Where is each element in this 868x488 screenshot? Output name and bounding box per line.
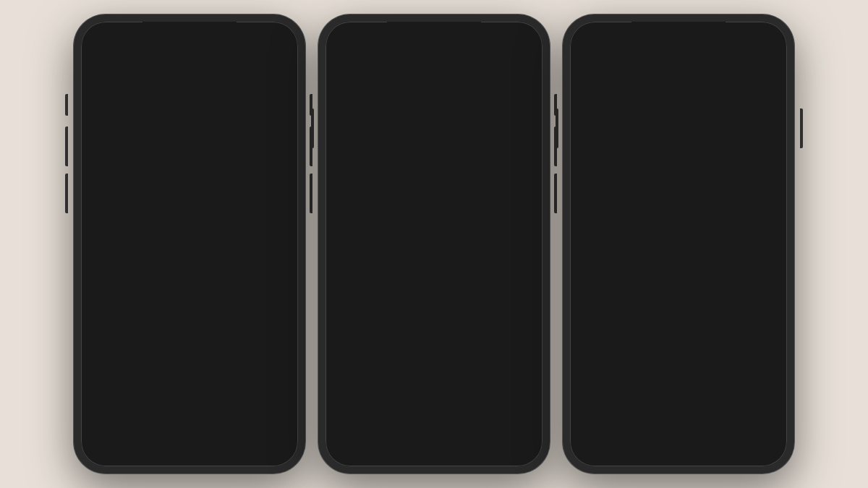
time-1: 9:41 <box>95 29 113 39</box>
screen3-content: MANHATTAN 9:41 ▐▐▐ ▲ ▮ 🏙️ N <box>570 22 787 466</box>
map-view-1[interactable]: 2 3 +4 6 🍴 Kirimachi Ramen Schroed <box>81 22 298 311</box>
place-info-5: Emily - West Village Pizza · New York ★★… <box>580 399 731 429</box>
info-btn-1[interactable]: ℹ <box>268 47 291 70</box>
fav-home[interactable]: 🏠 Home 1h 9m <box>338 314 375 374</box>
place-name-0: Whitney Museum of Americ... <box>580 164 731 176</box>
svg-point-44 <box>472 106 483 117</box>
svg-text:2: 2 <box>151 116 155 124</box>
status-icons-2: ▐▐▐ ▲ ▮ <box>495 30 528 38</box>
item-img-1: 🥟 <box>252 341 288 369</box>
fav-work[interactable]: 💼 Work 56m <box>389 314 427 374</box>
map-controls-2: ℹ ➤ 2D 👁 <box>512 47 535 153</box>
share-btn[interactable]: ⬆ <box>745 443 753 458</box>
item-info-2: Waterbar Seafood · 0.4 mi ★★★★½ 4.6 (809… <box>91 380 244 410</box>
place-img-5: 🍕 <box>738 398 777 429</box>
place-item-2[interactable]: Shake Shack Burgers · New York ★★★½ 3.5 … <box>570 249 787 296</box>
compass-btn-2[interactable]: ➤ <box>512 74 535 98</box>
fav-label-home: Home <box>345 355 367 364</box>
mini-map: MANHATTAN 9:41 ▐▐▐ ▲ ▮ <box>570 22 787 72</box>
sort-value[interactable]: Date Added <box>736 142 778 151</box>
fav-label-grocery: Grocery <box>496 355 527 364</box>
item-sub-1: Dim Sum · 0.2 mi <box>91 351 244 360</box>
place-item-0[interactable]: Whitney Museum of Americ... Art Museum ·… <box>570 155 787 202</box>
screen-1: 2 3 +4 6 🍴 Kirimachi Ramen Schroed <box>81 22 298 466</box>
place-item-1[interactable]: The Meatball Shop Italian · New York ★★★… <box>570 202 787 249</box>
filter-popular[interactable]: Popular <box>91 420 133 433</box>
item-img-2: 🦞 <box>252 382 288 409</box>
vol-up-2 <box>310 127 312 166</box>
place-img-1: 🍝 <box>738 210 777 241</box>
list-item-2[interactable]: Waterbar Seafood · 0.4 mi ★★★★½ 4.6 (809… <box>91 375 288 416</box>
fav-grocery[interactable]: 🛒 Grocery .35 mi <box>493 314 530 374</box>
collection-barcelona[interactable]: 🥘 Barcelona 2 Places <box>336 399 532 440</box>
battery-icon-3: ▮ <box>768 30 773 38</box>
compass-btn-1[interactable]: ➤ <box>268 74 291 98</box>
item-img-placeholder-2: 🦞 <box>252 382 288 409</box>
weather-badge-1: ⛅ 68° AQI 30 <box>88 181 156 195</box>
place-info-1: The Meatball Shop Italian · New York ★★★… <box>580 211 731 241</box>
silent-btn-3 <box>554 94 557 116</box>
svg-point-47 <box>457 142 483 168</box>
2d-btn[interactable]: 2D <box>512 102 535 125</box>
place-type-5: Pizza · New York <box>580 411 731 420</box>
battery-icon-1: ▮ <box>279 30 284 38</box>
binoculars-btn[interactable]: 👁 <box>512 129 535 153</box>
tracking-btn-1[interactable]: 🚗 <box>268 102 291 125</box>
fav-label-food: Food <box>450 355 469 364</box>
place-name-3: Four & Twenty Blackbirds <box>580 305 731 317</box>
fav-food[interactable]: 🍴 Food 2.3 mi <box>441 314 479 374</box>
add-btn[interactable]: + <box>765 443 773 458</box>
fav-icon-grocery: 🛒 <box>493 314 530 352</box>
collection-img-barcelona: 🥘 <box>336 403 367 435</box>
map-view-2[interactable]: ℹ ➤ 2D 👁 ⛅ 68° AQI 30 9:41 ▐▐▐ ▲ ▮ <box>326 22 542 266</box>
filter-seafood[interactable]: Seafood <box>137 420 182 433</box>
status-bar-2: 9:41 ▐▐▐ ▲ ▮ <box>326 22 542 42</box>
place-item-3[interactable]: Four & Twenty Blackbirds Bakery · New Yo… <box>570 296 787 343</box>
place-list[interactable]: Whitney Museum of Americ... Art Museum ·… <box>570 155 787 466</box>
list-item-1[interactable]: Yank Sing Dim Sum · 0.2 mi ★★★½ 3.5 (250… <box>91 335 288 375</box>
place-name-2: Shake Shack <box>580 258 731 270</box>
map-controls-1: ℹ ➤ 🚗 <box>268 47 291 125</box>
silent-btn-1 <box>65 94 68 116</box>
vol-down-1 <box>65 174 68 213</box>
place-rating-0: ★★★★ 4.0 (466) on Yelp <box>580 186 731 194</box>
temperature-1: 68° <box>107 184 119 192</box>
place-type-3: Bakery · New York <box>580 317 731 326</box>
item-sub-2: Seafood · 0.4 mi <box>91 392 244 401</box>
svg-point-22 <box>132 196 145 209</box>
filter-breakfast[interactable]: Breakfast & Bru... <box>226 420 288 433</box>
place-img-0: 🏛️ <box>738 163 777 194</box>
place-name-1: The Meatball Shop <box>580 211 731 223</box>
info-btn-2[interactable]: ℹ <box>512 47 535 70</box>
edit-btn[interactable]: Edit <box>584 445 600 456</box>
search-bar[interactable]: 🔍 Search for a place or address <box>336 265 532 287</box>
fav-label-work: Work <box>399 355 418 364</box>
stars-1: ★★★½ <box>91 361 116 369</box>
section-header: Favorites See All <box>336 296 532 307</box>
vol-up-1 <box>65 127 68 166</box>
place-item-5[interactable]: Emily - West Village Pizza · New York ★★… <box>570 390 787 437</box>
panel-title-1: Restaurants <box>91 304 288 319</box>
close-btn-3[interactable]: × <box>758 94 777 113</box>
panel-subtitle-1: 36 found <box>91 319 288 329</box>
see-all-btn[interactable]: See All <box>503 296 532 307</box>
collection-title: Barcelona <box>375 409 424 421</box>
header-emoji: 🏙️ <box>580 94 616 130</box>
header-title: New York <box>624 94 751 109</box>
fav-icon-food: 🍴 <box>441 314 479 352</box>
aqi-badge-1: AQI 30 <box>122 184 150 192</box>
svg-text:California St: California St <box>124 257 148 261</box>
vol-up-3 <box>554 127 557 166</box>
filter-italian[interactable]: Italian <box>186 420 221 433</box>
place-name-4: Emmy Squared - East Village <box>580 352 731 364</box>
place-img-4: 🍕 <box>738 351 777 382</box>
sort-label: Sort by <box>708 142 733 151</box>
favorites-grid: 🏠 Home 1h 9m 💼 Work 56m 🍴 Food 2.3 mi 🛒 … <box>336 314 532 374</box>
place-item-4[interactable]: Emmy Squared - East Village Pizza · New … <box>570 343 787 390</box>
vol-down-3 <box>554 174 557 213</box>
svg-text:6: 6 <box>238 185 242 192</box>
place-name-5: Emily - West Village <box>580 399 731 411</box>
map-svg-2 <box>326 22 542 266</box>
fav-icon-home: 🏠 <box>338 314 375 352</box>
place-img-2: 🍔 <box>738 257 777 288</box>
